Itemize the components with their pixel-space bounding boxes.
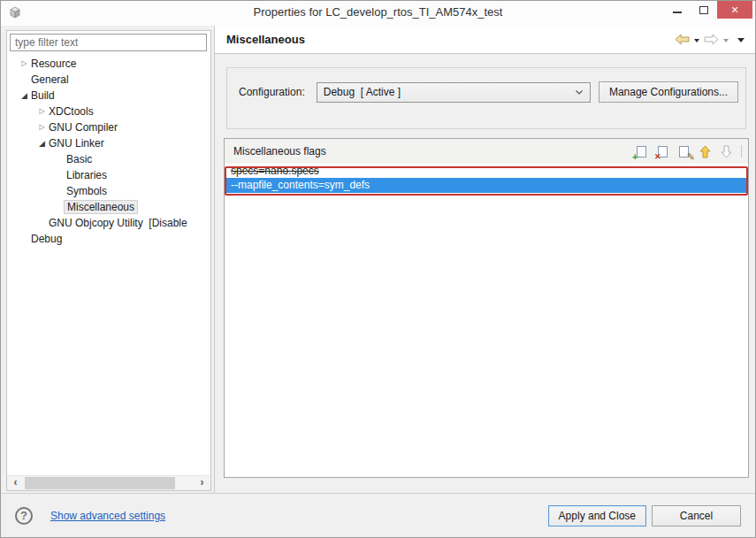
tree-item-label: Libraries — [66, 169, 107, 181]
dialog-footer: ? Show advanced settings Apply and Close… — [1, 493, 755, 537]
tree-item-label: GNU Linker — [49, 137, 104, 150]
flags-toolbar: + ✕ ✎ — [634, 144, 742, 158]
maximize-icon — [699, 6, 708, 14]
expander-expanded-icon[interactable]: ◢ — [18, 88, 31, 104]
tree-item-label: GNU Objcopy Utility [Disable — [49, 217, 187, 229]
configuration-select[interactable]: Debug [ Active ] — [317, 82, 591, 103]
tree: ▷ResourceGeneral◢Build▷XDCtools▷GNU Comp… — [7, 56, 210, 247]
settings-tree-panel: ▷ResourceGeneral◢Build▷XDCtools▷GNU Comp… — [6, 30, 211, 491]
help-icon[interactable]: ? — [15, 507, 33, 525]
page-glyph — [637, 146, 646, 158]
flag-row[interactable]: specs=nano.specs — [225, 164, 748, 178]
add-flag-icon[interactable]: + — [634, 144, 649, 158]
back-history-dropdown-icon[interactable] — [694, 39, 699, 42]
tree-item-label: Resource — [31, 58, 76, 70]
tree-item-resource[interactable]: ▷Resource — [7, 56, 210, 72]
expander-expanded-icon[interactable]: ◢ — [35, 135, 49, 151]
titlebar: Properties for LC_develop_rtos_TI_AM574x… — [1, 1, 755, 26]
tree-item-label: Debug — [31, 233, 62, 245]
forward-history-dropdown-icon[interactable] — [723, 39, 729, 42]
flags-list: specs=nano.specs--mapfile_contents=sym_d… — [225, 164, 748, 193]
expander-collapsed-icon[interactable]: ▷ — [18, 56, 31, 72]
tree-item-label: Build — [31, 89, 55, 102]
tree-item-gnu-compiler[interactable]: ▷GNU Compiler — [7, 119, 210, 135]
tree-item-xdctools[interactable]: ▷XDCtools — [7, 104, 210, 119]
configuration-value: Debug [ Active ] — [324, 86, 575, 98]
forward-icon[interactable] — [704, 33, 719, 47]
chevron-down-icon — [575, 86, 584, 98]
configuration-label: Configuration: — [239, 86, 305, 98]
miscellaneous-flags-box: Miscellaneous flags + ✕ ✎ — [224, 138, 749, 478]
tree-item-miscellaneous[interactable]: Miscellaneous — [7, 199, 210, 215]
flag-row[interactable]: --mapfile_contents=sym_defs — [225, 178, 748, 193]
cancel-button[interactable]: Cancel — [652, 505, 741, 526]
flags-header: Miscellaneous flags + ✕ ✎ — [225, 139, 748, 164]
toolbar-separator — [741, 145, 742, 158]
minimize-button[interactable] — [664, 1, 691, 19]
properties-dialog: Properties for LC_develop_rtos_TI_AM574x… — [0, 0, 756, 538]
window-title: Properties for LC_develop_rtos_TI_AM574x… — [1, 1, 755, 26]
minimize-icon — [673, 12, 682, 13]
tree-item-gnu-linker[interactable]: ◢GNU Linker — [7, 135, 210, 151]
flags-title: Miscellaneous flags — [233, 145, 326, 158]
tree-item-debug[interactable]: Debug — [7, 231, 210, 247]
tree-item-general[interactable]: General — [7, 72, 210, 88]
tree-item-gnu-objcopy-utility-disable[interactable]: GNU Objcopy Utility [Disable — [7, 215, 210, 231]
edit-flag-icon[interactable]: ✎ — [676, 144, 691, 158]
tree-item-basic[interactable]: Basic — [7, 151, 210, 167]
move-down-icon[interactable] — [719, 144, 734, 158]
back-icon[interactable] — [675, 33, 690, 47]
expander-collapsed-icon[interactable]: ▷ — [35, 119, 49, 135]
maximize-button[interactable] — [691, 1, 717, 19]
move-up-icon[interactable] — [698, 144, 713, 158]
tree-item-label: General — [31, 73, 69, 86]
tree-item-build[interactable]: ◢Build — [7, 88, 210, 104]
view-menu-icon[interactable] — [737, 38, 745, 42]
filter-input[interactable] — [10, 34, 207, 51]
manage-configurations-button[interactable]: Manage Configurations... — [599, 81, 738, 103]
tree-item-label: Miscellaneous — [64, 200, 138, 214]
dialog-body: ▷ResourceGeneral◢Build▷XDCtools▷GNU Comp… — [1, 26, 755, 493]
tree-horizontal-scrollbar[interactable]: ‹ › — [7, 475, 210, 490]
close-icon: ✕ — [730, 4, 738, 16]
tree-item-label: XDCtools — [49, 105, 94, 118]
scroll-left-icon[interactable]: ‹ — [8, 476, 23, 490]
tree-item-label: Basic — [66, 153, 92, 165]
tree-item-label: GNU Compiler — [49, 121, 118, 134]
settings-content-panel: Miscellaneous Configuration: Debug [ — [214, 26, 755, 493]
show-advanced-settings-link[interactable]: Show advanced settings — [50, 510, 165, 522]
scroll-right-icon[interactable]: › — [195, 476, 210, 490]
scrollbar-thumb[interactable] — [25, 477, 175, 489]
configuration-group: Configuration: Debug [ Active ] Manage C… — [226, 67, 746, 129]
section-header: Miscellaneous — [215, 26, 755, 54]
page-title: Miscellaneous — [226, 33, 305, 46]
close-button[interactable]: ✕ — [717, 1, 752, 19]
apply-and-close-button[interactable]: Apply and Close — [548, 505, 646, 526]
tree-item-libraries[interactable]: Libraries — [7, 167, 210, 183]
tree-item-symbols[interactable]: Symbols — [7, 183, 210, 199]
tree-item-label: Symbols — [66, 185, 107, 197]
expander-collapsed-icon[interactable]: ▷ — [35, 104, 49, 119]
delete-flag-icon[interactable]: ✕ — [655, 144, 670, 158]
